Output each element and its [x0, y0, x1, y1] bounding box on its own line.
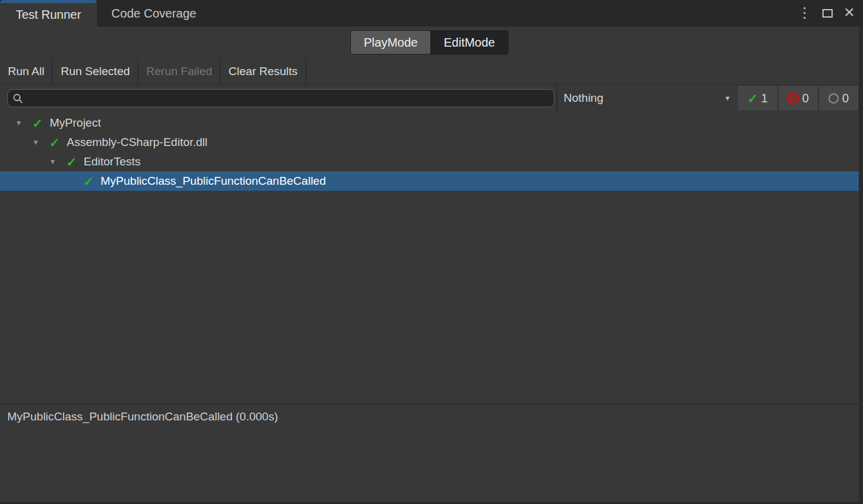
playmode-button[interactable]: PlayMode: [351, 31, 430, 54]
tree-item-label: MyProject: [50, 116, 101, 130]
passed-icon: ✓: [747, 92, 758, 105]
toolbar-button-run-selected[interactable]: Run Selected: [53, 58, 138, 84]
tab-test-runner[interactable]: Test Runner: [0, 0, 97, 27]
tree-item-label: MyPublicClass_PublicFunctionCanBeCalled: [101, 174, 326, 188]
maximize-icon[interactable]: [822, 9, 833, 18]
filter-dropdown[interactable]: Nothing ▼: [556, 85, 738, 111]
tab-bar-spacer: [211, 0, 798, 27]
search-box[interactable]: [7, 89, 555, 107]
test-passed-icon: ✓: [46, 136, 63, 149]
filter-dropdown-value: Nothing: [564, 91, 604, 105]
search-icon: [13, 93, 23, 104]
kebab-menu-icon[interactable]: ⋮: [797, 5, 811, 20]
tree-item-editortests[interactable]: ▼✓EditorTests: [0, 152, 859, 171]
counter-count: 0: [802, 91, 808, 105]
editmode-button[interactable]: EditMode: [430, 31, 508, 54]
test-passed-icon: ✓: [80, 175, 97, 188]
tab-bar: Test Runner Code Coverage ⋮ ×: [0, 0, 863, 27]
tree-item-label: Assembly-CSharp-Editor.dll: [67, 136, 207, 149]
not-run-icon: [828, 93, 839, 104]
window-controls: ⋮ ×: [797, 0, 863, 27]
tab-code-coverage[interactable]: Code Coverage: [97, 0, 211, 27]
test-details-panel: MyPublicClass_PublicFunctionCanBeCalled …: [0, 403, 859, 502]
close-icon[interactable]: ×: [844, 3, 855, 21]
counter-count: 1: [761, 91, 768, 105]
counter-count: 0: [842, 91, 848, 105]
counter-not-run[interactable]: 0: [819, 86, 858, 110]
toolbar: Run AllRun SelectedRerun FailedClear Res…: [0, 58, 859, 85]
foldout-triangle-icon[interactable]: ▼: [25, 138, 46, 147]
test-passed-icon: ✓: [29, 117, 46, 130]
window-content: PlayMode EditMode Run AllRun SelectedRer…: [0, 27, 863, 504]
filter-row: Nothing ▼ ✓100: [0, 85, 859, 111]
tab-test-runner-label: Test Runner: [16, 8, 81, 22]
foldout-triangle-icon[interactable]: ▼: [42, 158, 63, 166]
test-passed-icon: ✓: [63, 156, 80, 168]
toolbar-button-run-all[interactable]: Run All: [0, 58, 53, 84]
tree-item-myproject[interactable]: ▼✓MyProject: [0, 113, 859, 133]
mode-toggle-group: PlayMode EditMode: [350, 30, 508, 55]
mode-toggle-row: PlayMode EditMode: [0, 27, 859, 58]
editmode-label: EditMode: [444, 36, 495, 50]
test-result-summary: MyPublicClass_PublicFunctionCanBeCalled …: [7, 410, 278, 423]
chevron-down-icon: ▼: [724, 94, 731, 102]
toolbar-button-clear-results[interactable]: Clear Results: [221, 58, 306, 84]
counter-failed[interactable]: 0: [779, 86, 818, 110]
playmode-label: PlayMode: [364, 36, 418, 50]
foldout-triangle-icon[interactable]: ▼: [8, 119, 29, 127]
toolbar-button-rerun-failed: Rerun Failed: [138, 58, 221, 84]
tab-code-coverage-label: Code Coverage: [112, 7, 196, 21]
result-counters: ✓100: [738, 86, 858, 110]
tree-item-mypublicclass-publicfunctioncanbecalled[interactable]: ✓MyPublicClass_PublicFunctionCanBeCalled: [0, 171, 859, 191]
test-runner-window: Test Runner Code Coverage ⋮ × PlayMode E…: [0, 0, 863, 504]
failed-icon: [787, 93, 799, 104]
tree-item-label: EditorTests: [84, 155, 141, 168]
tree-item-assembly-csharp-editor-dll[interactable]: ▼✓Assembly-CSharp-Editor.dll: [0, 133, 859, 152]
counter-passed[interactable]: ✓1: [738, 86, 777, 110]
test-tree: ▼✓MyProject▼✓Assembly-CSharp-Editor.dll▼…: [0, 111, 859, 403]
search-input[interactable]: [27, 91, 549, 105]
